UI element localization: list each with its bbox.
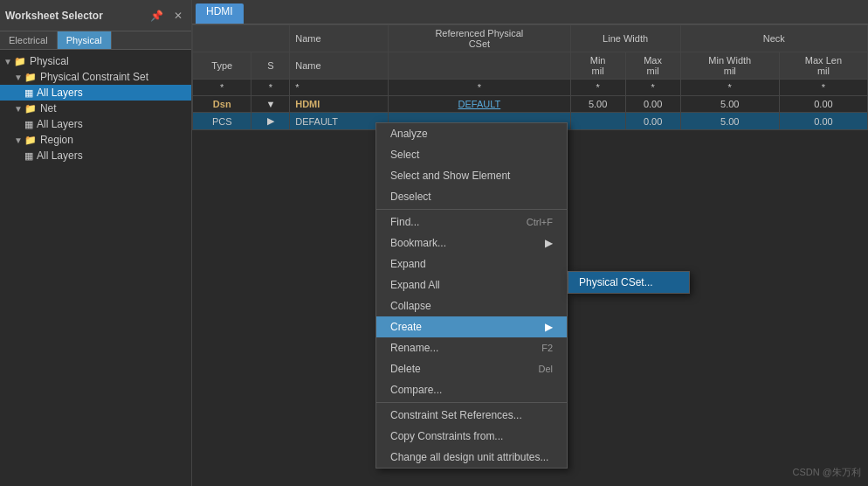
- ctx-copy-constraints[interactable]: Copy Constraints from...: [376, 426, 567, 447]
- arrow-down-icon: ▼: [3, 57, 12, 66]
- cell-type-pcs: PCS: [193, 113, 251, 130]
- folder-icon: 📁: [14, 56, 26, 67]
- col-group-objects-1: [193, 25, 290, 52]
- create-chevron-icon: ▶: [545, 321, 553, 333]
- tree-label-region: Region: [40, 134, 73, 146]
- tree-container: ▼ 📁 Physical ▼ 📁 Physical Constraint Set…: [0, 50, 191, 486]
- panel-title: Worksheet Selector: [5, 10, 103, 22]
- tree-item-net-alllayers[interactable]: ▦ All Layers: [0, 116, 191, 132]
- panel-header: Worksheet Selector 📌 ✕: [0, 0, 191, 31]
- col-group-refcset: Referenced PhysicalCSet: [389, 25, 570, 52]
- submenu-create: Physical CSet...: [568, 271, 690, 294]
- cell-s-dsn: ▼: [251, 96, 290, 113]
- ctx-select[interactable]: Select: [376, 144, 567, 165]
- ctx-select-show[interactable]: Select and Show Element: [376, 165, 567, 186]
- cell-refcset-dsn: DEFAULT: [389, 96, 570, 113]
- tree-item-pcs[interactable]: ▼ 📁 Physical Constraint Set: [0, 69, 191, 85]
- folder-icon2: 📁: [24, 72, 37, 83]
- tree-label-net-alllayers: All Layers: [37, 118, 83, 130]
- col-header-neckmax: Max Lenmil: [779, 52, 867, 80]
- tree-item-net[interactable]: ▼ 📁 Net: [0, 101, 191, 116]
- hdmi-tab-bar: HDMI: [192, 0, 868, 24]
- cell-type-dsn: Dsn: [193, 96, 251, 113]
- left-panel: Worksheet Selector 📌 ✕ Electrical Physic…: [0, 0, 192, 486]
- filter-neckmax[interactable]: *: [779, 80, 867, 96]
- ctx-constraint-ref[interactable]: Constraint Set References...: [376, 405, 567, 426]
- cell-neckmin-dsn: 5.00: [680, 96, 779, 113]
- ctx-bookmark[interactable]: Bookmark... ▶: [376, 233, 567, 253]
- submenu-physical-cset[interactable]: Physical CSet...: [568, 272, 689, 293]
- data-table: Name Referenced PhysicalCSet Line Width …: [192, 24, 868, 130]
- filter-refcset[interactable]: *: [389, 80, 570, 96]
- cell-s-pcs: ▶: [251, 113, 290, 130]
- context-menu: Analyze Select Select and Show Element D…: [375, 122, 568, 469]
- bookmark-chevron-icon: ▶: [545, 237, 553, 249]
- col-header-max: Maxmil: [625, 52, 680, 80]
- ctx-compare[interactable]: Compare...: [376, 379, 567, 400]
- cell-name-dsn: HDMI: [290, 96, 389, 113]
- col-header-min: Minmil: [570, 52, 625, 80]
- ctx-analyze[interactable]: Analyze: [376, 123, 567, 144]
- arrow-down-icon4: ▼: [14, 135, 23, 145]
- grid-icon2: ▦: [24, 119, 33, 130]
- pin-button[interactable]: 📌: [147, 8, 167, 24]
- folder-icon4: 📁: [24, 135, 37, 146]
- tree-label-net: Net: [40, 102, 57, 115]
- filter-max[interactable]: *: [625, 80, 680, 96]
- folder-icon3: 📁: [24, 103, 37, 115]
- arrow-down-icon3: ▼: [14, 104, 23, 114]
- filter-s[interactable]: *: [251, 80, 290, 96]
- separator-1: [376, 209, 567, 210]
- ctx-deselect[interactable]: Deselect: [376, 186, 567, 207]
- grid-icon3: ▦: [24, 150, 33, 162]
- cell-neckmax-dsn: 0.00: [779, 96, 867, 113]
- cell-max-dsn: 0.00: [625, 96, 680, 113]
- filter-min[interactable]: *: [570, 80, 625, 96]
- ctx-create[interactable]: Create ▶: [376, 316, 567, 337]
- tree-item-region-alllayers[interactable]: ▦ All Layers: [0, 148, 191, 163]
- tree-label-physical: Physical: [30, 55, 69, 67]
- col-group-linewidth: Line Width: [570, 25, 680, 52]
- close-button[interactable]: ✕: [170, 8, 186, 24]
- col-header-refcset: [389, 52, 570, 80]
- cell-min-dsn: 5.00: [570, 96, 625, 113]
- ctx-rename[interactable]: Rename... F2: [376, 337, 567, 358]
- tab-physical[interactable]: Physical: [58, 31, 112, 49]
- col-group-objects-name: Name: [290, 25, 389, 52]
- tree-item-pcs-alllayers[interactable]: ▦ All Layers: [0, 85, 191, 101]
- col-group-neck: Neck: [680, 25, 867, 52]
- panel-icons: 📌 ✕: [147, 8, 186, 24]
- ctx-expand[interactable]: Expand: [376, 253, 567, 274]
- hdmi-tab[interactable]: HDMI: [196, 3, 244, 24]
- cell-name-pcs: DEFAULT: [290, 113, 389, 130]
- cell-max-pcs: 0.00: [625, 113, 680, 130]
- tree-label-pcs: Physical Constraint Set: [40, 71, 148, 83]
- cell-neckmax-pcs: 0.00: [779, 113, 867, 130]
- filter-name[interactable]: *: [290, 80, 389, 96]
- tree-label-region-alllayers: All Layers: [37, 149, 83, 162]
- tree-label-pcs-alllayers: All Layers: [37, 87, 83, 99]
- col-header-type: Type: [193, 52, 251, 80]
- col-header-s: S: [251, 52, 290, 80]
- ctx-change-design[interactable]: Change all design unit attributes...: [376, 447, 567, 468]
- tab-electrical[interactable]: Electrical: [0, 31, 58, 49]
- separator-2: [376, 402, 567, 403]
- ctx-find[interactable]: Find... Ctrl+F: [376, 212, 567, 233]
- cell-neckmin-pcs: 5.00: [680, 113, 779, 130]
- arrow-down-icon2: ▼: [14, 73, 23, 82]
- cell-min-pcs: [570, 113, 625, 130]
- table-row-dsn[interactable]: Dsn ▼ HDMI DEFAULT 5.00 0.00 5.00 0.00: [193, 96, 868, 113]
- tree-item-physical[interactable]: ▼ 📁 Physical: [0, 53, 191, 69]
- ctx-expand-all[interactable]: Expand All: [376, 274, 567, 295]
- watermark: CSDN @朱万利: [793, 466, 861, 479]
- col-header-name: Name: [290, 52, 389, 80]
- ctx-collapse[interactable]: Collapse: [376, 295, 567, 316]
- tree-item-region[interactable]: ▼ 📁 Region: [0, 132, 191, 148]
- filter-neckmin[interactable]: *: [680, 80, 779, 96]
- grid-icon: ▦: [24, 87, 33, 99]
- col-header-neckmin: Min Widthmil: [680, 52, 779, 80]
- ctx-delete[interactable]: Delete Del: [376, 358, 567, 379]
- tab-bar: Electrical Physical: [0, 31, 191, 50]
- filter-type[interactable]: *: [193, 80, 251, 96]
